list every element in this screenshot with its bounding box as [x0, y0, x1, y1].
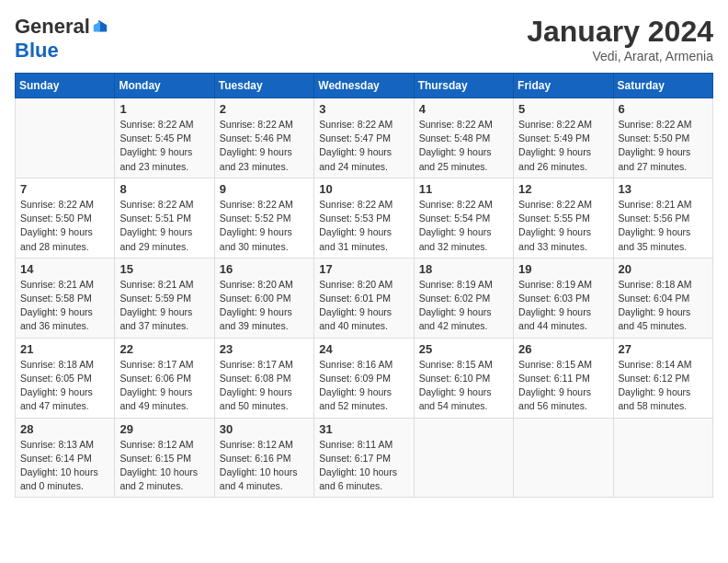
day-info-line: Daylight: 9 hours: [319, 226, 392, 237]
day-number: 28: [20, 422, 109, 436]
day-number: 8: [119, 182, 209, 196]
day-info-line: Daylight: 9 hours: [518, 226, 591, 237]
day-info-line: Sunset: 5:53 PM: [319, 213, 391, 224]
day-info-line: Sunrise: 8:22 AM: [220, 199, 293, 210]
weekday-header-monday: Monday: [115, 74, 214, 98]
day-info-line: Daylight: 9 hours: [619, 146, 691, 157]
day-info-line: Sunrise: 8:20 AM: [220, 279, 293, 290]
day-info-line: Sunrise: 8:22 AM: [220, 119, 293, 130]
calendar-day-cell: 1Sunrise: 8:22 AMSunset: 5:45 PMDaylight…: [115, 98, 214, 178]
day-info: Sunrise: 8:18 AMSunset: 6:05 PMDaylight:…: [20, 358, 109, 414]
day-number: 15: [119, 262, 209, 276]
day-info: Sunrise: 8:22 AMSunset: 5:51 PMDaylight:…: [119, 198, 209, 254]
day-info: Sunrise: 8:19 AMSunset: 6:02 PMDaylight:…: [419, 278, 508, 334]
day-info: Sunrise: 8:13 AMSunset: 6:14 PMDaylight:…: [20, 438, 109, 494]
calendar-day-cell: 17Sunrise: 8:20 AMSunset: 6:01 PMDayligh…: [314, 258, 414, 338]
day-info-line: Sunrise: 8:18 AM: [20, 359, 94, 370]
day-info-line: Sunrise: 8:22 AM: [419, 119, 493, 130]
calendar-week-row: 7Sunrise: 8:22 AMSunset: 5:50 PMDaylight…: [16, 178, 713, 258]
day-info-line: Sunrise: 8:22 AM: [20, 199, 94, 210]
calendar-day-cell: 20Sunrise: 8:18 AMSunset: 6:04 PMDayligh…: [613, 258, 712, 338]
day-number: 9: [220, 182, 309, 196]
day-number: 20: [619, 262, 708, 276]
day-info-line: Sunrise: 8:15 AM: [518, 359, 592, 370]
day-info-line: and 31 minutes.: [319, 241, 388, 252]
day-info: Sunrise: 8:22 AMSunset: 5:50 PMDaylight:…: [619, 118, 708, 174]
day-info-line: Daylight: 9 hours: [119, 146, 192, 157]
day-number: 13: [619, 182, 708, 196]
calendar-day-cell: 28Sunrise: 8:13 AMSunset: 6:14 PMDayligh…: [16, 418, 115, 498]
day-info-line: and 33 minutes.: [518, 241, 587, 252]
day-info-line: Sunset: 6:06 PM: [119, 373, 191, 384]
day-info-line: Sunrise: 8:22 AM: [518, 119, 592, 130]
calendar-empty-cell: [414, 418, 513, 498]
day-info-line: Sunset: 5:47 PM: [319, 132, 391, 144]
day-info-line: Sunset: 5:49 PM: [518, 132, 590, 144]
day-info-line: Sunrise: 8:18 AM: [619, 279, 692, 290]
calendar-day-cell: 26Sunrise: 8:15 AMSunset: 6:11 PMDayligh…: [514, 338, 613, 418]
day-info-line: Daylight: 9 hours: [518, 386, 591, 397]
day-number: 19: [518, 262, 608, 276]
day-info-line: Sunrise: 8:12 AM: [119, 439, 193, 450]
calendar-empty-cell: [514, 418, 613, 498]
day-info-line: and 0 minutes.: [20, 480, 84, 491]
day-info: Sunrise: 8:22 AMSunset: 5:54 PMDaylight:…: [419, 198, 508, 254]
day-info-line: and 6 minutes.: [319, 480, 382, 491]
day-number: 6: [619, 102, 708, 116]
day-info: Sunrise: 8:15 AMSunset: 6:10 PMDaylight:…: [419, 358, 508, 414]
day-info-line: and 56 minutes.: [518, 400, 587, 411]
calendar-day-cell: 29Sunrise: 8:12 AMSunset: 6:15 PMDayligh…: [115, 418, 214, 498]
day-info-line: Sunset: 5:58 PM: [20, 293, 92, 304]
day-info-line: and 39 minutes.: [220, 320, 289, 331]
weekday-header-sunday: Sunday: [16, 74, 115, 98]
calendar-day-cell: 13Sunrise: 8:21 AMSunset: 5:56 PMDayligh…: [613, 178, 712, 258]
day-info-line: Daylight: 9 hours: [319, 146, 392, 157]
day-info-line: Sunset: 5:48 PM: [419, 132, 491, 144]
day-info: Sunrise: 8:21 AMSunset: 5:58 PMDaylight:…: [20, 278, 109, 334]
day-number: 21: [20, 342, 109, 356]
day-number: 1: [119, 102, 209, 116]
day-info-line: Daylight: 9 hours: [619, 226, 691, 237]
day-info-line: Sunrise: 8:21 AM: [20, 279, 94, 290]
day-info-line: Daylight: 9 hours: [20, 386, 93, 397]
day-info-line: and 23 minutes.: [220, 161, 289, 172]
weekday-header-thursday: Thursday: [414, 74, 513, 98]
day-info-line: Sunrise: 8:11 AM: [319, 439, 392, 450]
day-number: 22: [119, 342, 209, 356]
day-info-line: and 45 minutes.: [619, 320, 688, 331]
logo-icon: [92, 18, 108, 35]
day-info-line: and 32 minutes.: [419, 241, 488, 252]
day-info-line: and 58 minutes.: [619, 400, 688, 411]
calendar-day-cell: 14Sunrise: 8:21 AMSunset: 5:58 PMDayligh…: [16, 258, 115, 338]
day-info-line: Daylight: 9 hours: [619, 386, 691, 397]
calendar-day-cell: 8Sunrise: 8:22 AMSunset: 5:51 PMDaylight…: [115, 178, 214, 258]
logo: General Blue: [15, 15, 108, 63]
day-info-line: Sunset: 5:54 PM: [419, 213, 491, 224]
day-info-line: Sunrise: 8:15 AM: [419, 359, 493, 370]
day-info-line: Sunrise: 8:16 AM: [319, 359, 392, 370]
day-info: Sunrise: 8:11 AMSunset: 6:17 PMDaylight:…: [319, 438, 408, 494]
calendar-day-cell: 12Sunrise: 8:22 AMSunset: 5:55 PMDayligh…: [514, 178, 613, 258]
day-info-line: Sunset: 6:02 PM: [419, 293, 491, 304]
calendar-day-cell: 31Sunrise: 8:11 AMSunset: 6:17 PMDayligh…: [314, 418, 414, 498]
day-info: Sunrise: 8:22 AMSunset: 5:50 PMDaylight:…: [20, 198, 109, 254]
day-info-line: and 25 minutes.: [419, 161, 488, 172]
day-info-line: Daylight: 9 hours: [220, 386, 292, 397]
day-info-line: Sunrise: 8:21 AM: [119, 279, 193, 290]
day-info-line: Daylight: 9 hours: [319, 386, 392, 397]
calendar-day-cell: 4Sunrise: 8:22 AMSunset: 5:48 PMDaylight…: [414, 98, 513, 178]
day-info-line: Daylight: 9 hours: [119, 226, 192, 237]
calendar-day-cell: 19Sunrise: 8:19 AMSunset: 6:03 PMDayligh…: [514, 258, 613, 338]
day-info-line: Sunrise: 8:17 AM: [119, 359, 193, 370]
day-info-line: and 49 minutes.: [119, 400, 188, 411]
day-info-line: Sunrise: 8:19 AM: [419, 279, 493, 290]
day-info-line: and 50 minutes.: [220, 400, 289, 411]
day-info-line: Sunset: 6:11 PM: [518, 373, 590, 384]
calendar-table: SundayMondayTuesdayWednesdayThursdayFrid…: [15, 73, 713, 498]
day-info-line: Sunset: 6:09 PM: [319, 373, 391, 384]
day-info: Sunrise: 8:12 AMSunset: 6:16 PMDaylight:…: [220, 438, 309, 494]
day-info-line: and 29 minutes.: [119, 241, 188, 252]
day-info: Sunrise: 8:22 AMSunset: 5:45 PMDaylight:…: [119, 118, 209, 174]
day-info-line: and 24 minutes.: [319, 161, 388, 172]
day-info-line: Daylight: 9 hours: [220, 306, 292, 317]
